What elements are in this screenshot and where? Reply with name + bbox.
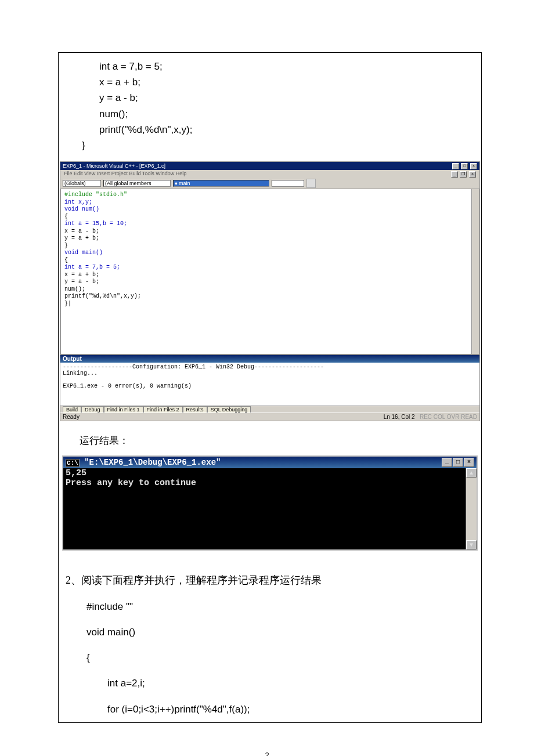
ide-title-text: EXP6_1 - Microsoft Visual C++ - [EXP6_1.… xyxy=(63,163,165,169)
src-line: int a = 7,b = 5; xyxy=(64,264,475,272)
ide-menu-items[interactable]: File Edit View Insert Project Build Tool… xyxy=(64,171,186,178)
minimize-icon[interactable]: _ xyxy=(452,163,459,169)
ide-toolbar: (Globals) (All global members ♦ main xyxy=(60,178,479,189)
src-line: }| xyxy=(64,301,475,308)
output-line: EXP6_1.exe - 0 error(s), 0 warning(s) xyxy=(63,383,477,389)
src-line: y = a + b; xyxy=(64,235,475,243)
ide-window: EXP6_1 - Microsoft Visual C++ - [EXP6_1.… xyxy=(60,161,480,421)
src-line: int x,y; xyxy=(64,199,475,207)
restore-icon[interactable]: ❐ xyxy=(460,171,467,178)
output-tabs: Build Debug Find in Files 1 Find in File… xyxy=(60,406,479,413)
src-line: x = a + b; xyxy=(64,272,475,279)
console-body: 5,25 Press any key to continue ▲ ▼ xyxy=(63,468,477,549)
src-line: printf("%d,%d\n",x,y); xyxy=(64,293,475,301)
console-output-line: 5,25 xyxy=(66,468,473,478)
code-line: int a=2,i; xyxy=(66,671,481,696)
tab-debug[interactable]: Debug xyxy=(81,406,104,413)
code-line: int a = 7,b = 5; xyxy=(99,59,470,74)
code-line: num(); xyxy=(99,106,470,122)
tab-build[interactable]: Build xyxy=(63,406,81,413)
tab-find1[interactable]: Find in Files 1 xyxy=(104,406,143,413)
console-window-buttons: _ □ × xyxy=(442,458,474,467)
window-buttons: _ □ × xyxy=(452,162,477,169)
question-heading: 2、阅读下面程序并执行，理解程序并记录程序运行结果 xyxy=(66,567,481,594)
src-line: int a = 15,b = 10; xyxy=(64,220,475,228)
code-line: y = a - b; xyxy=(99,90,470,106)
document-frame: int a = 7,b = 5; x = a + b; y = a - b; n… xyxy=(58,52,482,723)
tab-sql[interactable]: SQL Debugging xyxy=(207,406,251,413)
function-combo[interactable]: ♦ main xyxy=(173,180,269,187)
code-snippet-top: int a = 7,b = 5; x = a + b; y = a - b; n… xyxy=(59,53,481,159)
maximize-icon[interactable]: □ xyxy=(461,163,468,169)
function-name: main xyxy=(179,180,190,186)
editor-scrollbar[interactable] xyxy=(471,189,479,354)
question-2: 2、阅读下面程序并执行，理解程序并记录程序运行结果 #include "" vo… xyxy=(59,556,481,722)
ide-editor[interactable]: #include "stdio.h" int x,y; void num() {… xyxy=(60,189,479,355)
src-line: void main() xyxy=(64,249,475,257)
ide-menubar: File Edit View Insert Project Build Tool… xyxy=(60,170,479,178)
scroll-up-icon[interactable]: ▲ xyxy=(466,468,477,478)
page-number: 2 xyxy=(0,735,534,756)
output-title: Output xyxy=(60,355,479,363)
src-line: } xyxy=(64,243,475,250)
output-body: --------------------Configuration: EXP6_… xyxy=(60,363,479,406)
ide-titlebar: EXP6_1 - Microsoft Visual C++ - [EXP6_1.… xyxy=(60,162,479,170)
scope-combo[interactable]: (Globals) xyxy=(63,180,101,187)
code-line: } xyxy=(82,138,470,153)
scroll-down-icon[interactable]: ▼ xyxy=(466,540,477,549)
members-combo[interactable]: (All global members xyxy=(103,180,171,187)
close-icon[interactable]: × xyxy=(470,163,477,169)
console-output-line: Press any key to continue xyxy=(66,478,473,488)
toolbar-combo[interactable] xyxy=(272,180,304,187)
src-line: x = a - b; xyxy=(64,228,475,236)
src-line: y = a - b; xyxy=(64,278,475,286)
tab-find2[interactable]: Find in Files 2 xyxy=(143,406,183,413)
toolbar-icon[interactable] xyxy=(306,179,316,188)
minimize-icon[interactable]: _ xyxy=(451,171,458,178)
tab-results[interactable]: Results xyxy=(183,406,207,413)
code-line: for (i=0;i<3;i++)printf("%4d",f(a)); xyxy=(66,697,481,722)
src-line: { xyxy=(64,214,475,221)
src-line: num(); xyxy=(64,286,475,294)
code-line: printf("%d,%d\n",x,y); xyxy=(99,122,470,138)
run-result-label: 运行结果： xyxy=(59,424,481,453)
console-window: C:\ "E:\EXP6_1\Debug\EXP6_1.exe" _ □ × 5… xyxy=(62,455,478,551)
mdi-window-buttons: _ ❐ × xyxy=(450,171,476,178)
output-line: Linking... xyxy=(63,370,477,377)
src-line: void num() xyxy=(64,206,475,214)
output-pane: Output --------------------Configuration… xyxy=(60,355,479,413)
console-titlebar: C:\ "E:\EXP6_1\Debug\EXP6_1.exe" _ □ × xyxy=(63,457,477,468)
code-line: void main() xyxy=(66,620,481,645)
ide-statusbar: Ready Ln 16, Col 2 REC COL OVR READ xyxy=(60,413,479,421)
cmd-icon: C:\ xyxy=(66,459,80,467)
close-icon[interactable]: × xyxy=(464,458,474,467)
console-title-text: "E:\EXP6_1\Debug\EXP6_1.exe" xyxy=(84,458,221,467)
status-indicators: REC COL OVR READ xyxy=(420,414,477,420)
status-cursor: Ln 16, Col 2 xyxy=(384,414,415,420)
close-icon[interactable]: × xyxy=(469,171,476,178)
status-ready: Ready xyxy=(63,414,80,420)
src-line: #include "stdio.h" xyxy=(64,191,475,199)
minimize-icon[interactable]: _ xyxy=(442,458,452,467)
code-line: x = a + b; xyxy=(99,74,470,90)
console-scrollbar[interactable]: ▲ ▼ xyxy=(466,468,477,549)
code-line: #include "" xyxy=(66,594,481,620)
code-line: { xyxy=(66,645,481,671)
output-line: --------------------Configuration: EXP6_… xyxy=(63,364,477,370)
maximize-icon[interactable]: □ xyxy=(453,458,463,467)
src-line: { xyxy=(64,257,475,265)
